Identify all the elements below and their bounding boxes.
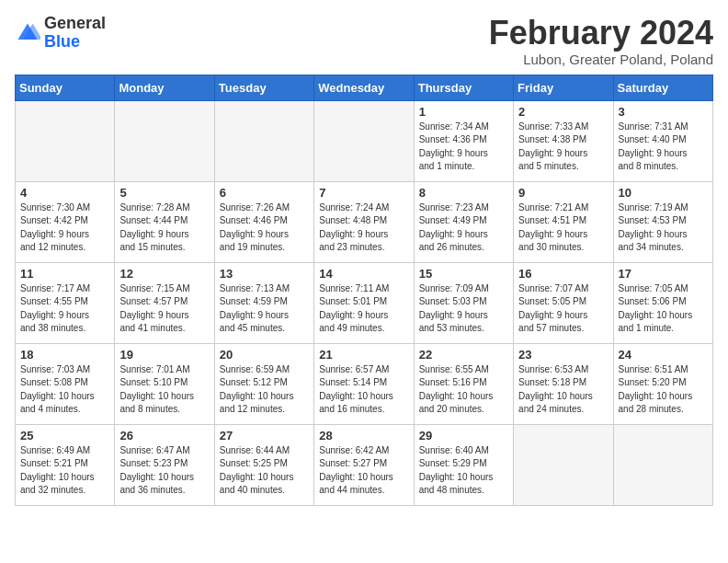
day-number: 6 xyxy=(220,186,309,200)
calendar-cell xyxy=(314,100,414,181)
day-info: Sunrise: 6:42 AM Sunset: 5:27 PM Dayligh… xyxy=(319,444,408,498)
title-block: February 2024 Lubon, Greater Poland, Pol… xyxy=(489,15,713,67)
calendar-cell: 16Sunrise: 7:07 AM Sunset: 5:05 PM Dayli… xyxy=(514,262,613,343)
logo-general: General xyxy=(44,15,106,33)
weekday-header: Friday xyxy=(514,75,613,100)
week-row: 1Sunrise: 7:34 AM Sunset: 4:36 PM Daylig… xyxy=(16,100,713,181)
calendar-cell: 23Sunrise: 6:53 AM Sunset: 5:18 PM Dayli… xyxy=(514,343,613,424)
calendar-cell: 29Sunrise: 6:40 AM Sunset: 5:29 PM Dayli… xyxy=(414,424,513,505)
day-number: 22 xyxy=(419,348,508,362)
day-info: Sunrise: 7:17 AM Sunset: 4:55 PM Dayligh… xyxy=(20,282,109,336)
calendar-cell: 24Sunrise: 6:51 AM Sunset: 5:20 PM Dayli… xyxy=(613,343,712,424)
day-number: 11 xyxy=(20,267,109,281)
week-row: 25Sunrise: 6:49 AM Sunset: 5:21 PM Dayli… xyxy=(16,424,713,505)
calendar-cell: 21Sunrise: 6:57 AM Sunset: 5:14 PM Dayli… xyxy=(314,343,414,424)
calendar-cell: 13Sunrise: 7:13 AM Sunset: 4:59 PM Dayli… xyxy=(214,262,313,343)
calendar-cell: 4Sunrise: 7:30 AM Sunset: 4:42 PM Daylig… xyxy=(16,181,115,262)
calendar-cell: 10Sunrise: 7:19 AM Sunset: 4:53 PM Dayli… xyxy=(613,181,712,262)
day-info: Sunrise: 6:55 AM Sunset: 5:16 PM Dayligh… xyxy=(419,363,508,417)
day-number: 27 xyxy=(220,429,309,442)
day-number: 24 xyxy=(619,348,708,362)
day-number: 10 xyxy=(619,186,708,200)
calendar-cell xyxy=(514,424,613,505)
month-title: February 2024 xyxy=(489,15,713,52)
week-row: 4Sunrise: 7:30 AM Sunset: 4:42 PM Daylig… xyxy=(16,181,713,262)
day-info: Sunrise: 7:13 AM Sunset: 4:59 PM Dayligh… xyxy=(220,282,309,336)
calendar-cell: 8Sunrise: 7:23 AM Sunset: 4:49 PM Daylig… xyxy=(414,181,513,262)
calendar-cell: 20Sunrise: 6:59 AM Sunset: 5:12 PM Dayli… xyxy=(214,343,313,424)
calendar-cell: 12Sunrise: 7:15 AM Sunset: 4:57 PM Dayli… xyxy=(115,262,214,343)
calendar-cell xyxy=(16,100,115,181)
day-info: Sunrise: 6:47 AM Sunset: 5:23 PM Dayligh… xyxy=(119,444,209,498)
day-number: 1 xyxy=(419,105,508,119)
day-number: 5 xyxy=(119,186,209,200)
day-info: Sunrise: 7:23 AM Sunset: 4:49 PM Dayligh… xyxy=(419,201,508,255)
weekday-header: Wednesday xyxy=(314,75,414,100)
calendar-cell xyxy=(214,100,313,181)
calendar-cell: 26Sunrise: 6:47 AM Sunset: 5:23 PM Dayli… xyxy=(115,424,214,505)
week-row: 11Sunrise: 7:17 AM Sunset: 4:55 PM Dayli… xyxy=(16,262,713,343)
day-number: 17 xyxy=(619,267,708,281)
calendar-cell: 28Sunrise: 6:42 AM Sunset: 5:27 PM Dayli… xyxy=(314,424,414,505)
weekday-header: Sunday xyxy=(16,75,115,100)
weekday-header: Saturday xyxy=(613,75,712,100)
calendar-cell: 15Sunrise: 7:09 AM Sunset: 5:03 PM Dayli… xyxy=(414,262,513,343)
calendar-cell: 19Sunrise: 7:01 AM Sunset: 5:10 PM Dayli… xyxy=(115,343,214,424)
calendar-cell: 11Sunrise: 7:17 AM Sunset: 4:55 PM Dayli… xyxy=(16,262,115,343)
day-info: Sunrise: 6:59 AM Sunset: 5:12 PM Dayligh… xyxy=(220,363,309,417)
day-info: Sunrise: 6:53 AM Sunset: 5:18 PM Dayligh… xyxy=(518,363,608,417)
calendar-cell: 25Sunrise: 6:49 AM Sunset: 5:21 PM Dayli… xyxy=(16,424,115,505)
day-info: Sunrise: 7:30 AM Sunset: 4:42 PM Dayligh… xyxy=(20,201,109,255)
day-info: Sunrise: 6:40 AM Sunset: 5:29 PM Dayligh… xyxy=(419,444,508,498)
day-number: 28 xyxy=(319,429,408,442)
day-info: Sunrise: 7:01 AM Sunset: 5:10 PM Dayligh… xyxy=(119,363,209,417)
day-info: Sunrise: 6:57 AM Sunset: 5:14 PM Dayligh… xyxy=(319,363,408,417)
logo-icon xyxy=(15,20,40,46)
day-info: Sunrise: 7:15 AM Sunset: 4:57 PM Dayligh… xyxy=(119,282,209,336)
day-info: Sunrise: 7:09 AM Sunset: 5:03 PM Dayligh… xyxy=(419,282,508,336)
logo: General Blue xyxy=(15,15,106,52)
day-info: Sunrise: 6:49 AM Sunset: 5:21 PM Dayligh… xyxy=(20,444,109,498)
day-number: 7 xyxy=(319,186,408,200)
weekday-header: Thursday xyxy=(414,75,513,100)
day-info: Sunrise: 7:07 AM Sunset: 5:05 PM Dayligh… xyxy=(518,282,608,336)
calendar-cell: 14Sunrise: 7:11 AM Sunset: 5:01 PM Dayli… xyxy=(314,262,414,343)
weekday-header: Monday xyxy=(115,75,214,100)
page-header: General Blue February 2024 Lubon, Greate… xyxy=(15,15,713,67)
day-info: Sunrise: 7:24 AM Sunset: 4:48 PM Dayligh… xyxy=(319,201,408,255)
day-info: Sunrise: 7:28 AM Sunset: 4:44 PM Dayligh… xyxy=(119,201,209,255)
day-number: 9 xyxy=(518,186,608,200)
day-info: Sunrise: 7:21 AM Sunset: 4:51 PM Dayligh… xyxy=(518,201,608,255)
calendar-cell: 22Sunrise: 6:55 AM Sunset: 5:16 PM Dayli… xyxy=(414,343,513,424)
day-number: 18 xyxy=(20,348,109,362)
day-number: 3 xyxy=(619,105,708,119)
calendar-cell: 17Sunrise: 7:05 AM Sunset: 5:06 PM Dayli… xyxy=(613,262,712,343)
calendar-cell xyxy=(613,424,712,505)
day-number: 16 xyxy=(518,267,608,281)
calendar-table: SundayMondayTuesdayWednesdayThursdayFrid… xyxy=(15,75,713,506)
day-info: Sunrise: 7:26 AM Sunset: 4:46 PM Dayligh… xyxy=(220,201,309,255)
day-info: Sunrise: 7:19 AM Sunset: 4:53 PM Dayligh… xyxy=(619,201,708,255)
day-number: 13 xyxy=(220,267,309,281)
calendar-cell: 3Sunrise: 7:31 AM Sunset: 4:40 PM Daylig… xyxy=(613,100,712,181)
logo-blue: Blue xyxy=(44,33,106,52)
day-info: Sunrise: 7:11 AM Sunset: 5:01 PM Dayligh… xyxy=(319,282,408,336)
calendar-cell: 27Sunrise: 6:44 AM Sunset: 5:25 PM Dayli… xyxy=(214,424,313,505)
day-number: 14 xyxy=(319,267,408,281)
day-number: 21 xyxy=(319,348,408,362)
calendar-cell xyxy=(115,100,214,181)
day-number: 29 xyxy=(419,429,508,442)
calendar-cell: 18Sunrise: 7:03 AM Sunset: 5:08 PM Dayli… xyxy=(16,343,115,424)
week-row: 18Sunrise: 7:03 AM Sunset: 5:08 PM Dayli… xyxy=(16,343,713,424)
day-number: 25 xyxy=(20,429,109,442)
day-info: Sunrise: 7:31 AM Sunset: 4:40 PM Dayligh… xyxy=(619,121,708,174)
day-info: Sunrise: 6:51 AM Sunset: 5:20 PM Dayligh… xyxy=(619,363,708,417)
day-number: 26 xyxy=(119,429,209,442)
day-number: 23 xyxy=(518,348,608,362)
weekday-header: Tuesday xyxy=(214,75,313,100)
day-number: 15 xyxy=(419,267,508,281)
calendar-cell: 2Sunrise: 7:33 AM Sunset: 4:38 PM Daylig… xyxy=(514,100,613,181)
day-info: Sunrise: 7:33 AM Sunset: 4:38 PM Dayligh… xyxy=(518,121,608,174)
calendar-cell: 6Sunrise: 7:26 AM Sunset: 4:46 PM Daylig… xyxy=(214,181,313,262)
calendar-cell: 7Sunrise: 7:24 AM Sunset: 4:48 PM Daylig… xyxy=(314,181,414,262)
